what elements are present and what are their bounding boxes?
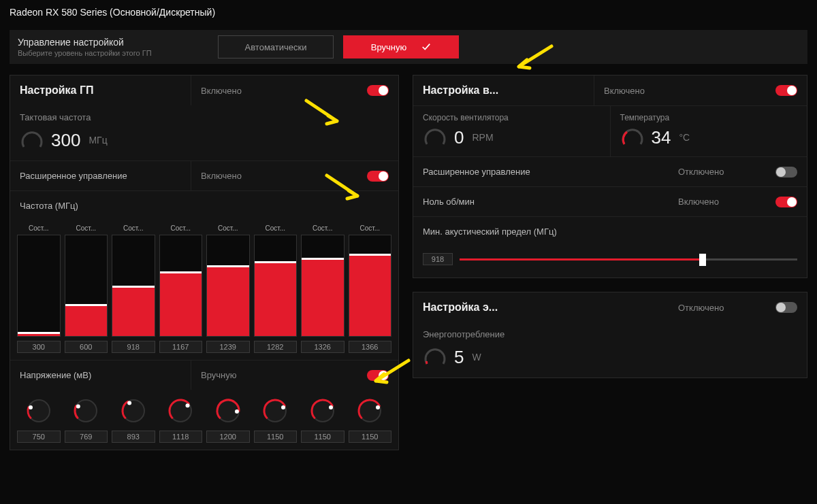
power-enabled-label: Отключено: [678, 303, 724, 313]
fan-speed-unit: RPM: [472, 132, 493, 143]
power-consumption-label: Энергопотребление: [413, 322, 807, 339]
voltage-knob[interactable]: [119, 397, 148, 425]
svg-point-13: [329, 405, 333, 409]
check-icon: [421, 42, 431, 52]
voltage-value-input[interactable]: 769: [65, 431, 108, 443]
state-label: Сост...: [65, 224, 108, 232]
voltage-knob[interactable]: [214, 397, 242, 425]
frequency-value-input[interactable]: 1326: [301, 341, 345, 353]
state-label: Сост...: [254, 224, 298, 232]
fan-enabled-label: Включено: [604, 86, 645, 96]
fan-advanced-toggle[interactable]: [775, 167, 797, 178]
frequency-bar[interactable]: [206, 235, 250, 337]
fan-advanced-label: Расширенное управление: [423, 167, 530, 177]
frequency-bar[interactable]: [159, 235, 203, 337]
fan-tuning-header: Настройка в...: [423, 84, 498, 97]
frequency-value-input[interactable]: 1366: [349, 341, 392, 353]
voltage-value-input[interactable]: 1150: [349, 431, 392, 443]
frequency-bar[interactable]: [254, 235, 298, 337]
frequency-value-input[interactable]: 300: [17, 341, 61, 353]
fan-speed-label: Скорость вентилятора: [423, 110, 600, 122]
gpu-enabled-label: Включено: [201, 86, 242, 96]
temperature-label: Температура: [620, 110, 798, 122]
frequency-bar[interactable]: [17, 235, 61, 337]
clock-unit: МГц: [89, 135, 107, 146]
tuning-control-subtitle: Выберите уровень настройки этого ГП: [18, 49, 208, 57]
voltage-knob[interactable]: [308, 397, 337, 425]
fan-speed-value: 0: [454, 127, 464, 148]
power-enabled-toggle[interactable]: [775, 302, 797, 313]
gpu-title: Radeon RX 580 Series (Основной/Дискретны…: [0, 0, 817, 24]
voltage-knob[interactable]: [71, 397, 100, 425]
voltage-mode-label: Вручную: [201, 370, 236, 380]
fan-advanced-value: Отключено: [678, 167, 724, 177]
fan-enabled-toggle[interactable]: [775, 85, 797, 96]
voltage-value-input[interactable]: 1150: [254, 431, 298, 443]
tuning-control-bar: Управление настройкой Выберите уровень н…: [10, 30, 807, 64]
state-label: Сост...: [301, 224, 345, 232]
power-tuning-header: Настройка э...: [423, 301, 498, 314]
fan-gauge-icon: [423, 125, 447, 150]
manual-button-label: Вручную: [371, 42, 406, 52]
state-label: Сост...: [206, 224, 250, 232]
svg-point-7: [186, 403, 190, 407]
gpu-tuning-panel: Настройка ГП Включено Тактовая частота 3…: [10, 75, 399, 450]
tuning-control-title: Управление настройкой: [18, 37, 208, 48]
svg-point-11: [281, 405, 285, 409]
frequency-value-input[interactable]: 600: [65, 341, 108, 353]
zero-rpm-toggle[interactable]: [775, 197, 797, 207]
gpu-advanced-toggle[interactable]: [367, 171, 389, 182]
frequency-bar[interactable]: [65, 235, 108, 337]
svg-point-9: [235, 409, 239, 414]
svg-point-1: [29, 405, 33, 409]
state-label: Сост...: [159, 224, 203, 232]
frequency-value-input[interactable]: 918: [112, 341, 155, 353]
acoustic-limit-slider[interactable]: [460, 254, 797, 264]
frequency-bar[interactable]: [349, 235, 392, 337]
svg-point-2: [75, 400, 97, 422]
frequency-value-input[interactable]: 1282: [254, 341, 298, 353]
power-tuning-panel: Настройка э... Отключено Энергопотреблен…: [413, 292, 807, 378]
frequency-bar[interactable]: [301, 235, 345, 337]
voltage-knob[interactable]: [25, 397, 53, 425]
gpu-enabled-toggle[interactable]: [367, 85, 389, 96]
voltage-value-input[interactable]: 1150: [301, 431, 345, 443]
acoustic-limit-value[interactable]: 918: [423, 253, 453, 265]
gpu-advanced-value: Включено: [201, 171, 242, 181]
svg-point-15: [376, 405, 380, 409]
fan-tuning-panel: Настройка в... Включено Скорость вентиля…: [413, 75, 807, 278]
auto-button[interactable]: Автоматически: [218, 35, 334, 58]
power-gauge-icon: [423, 345, 447, 369]
voltage-value-input[interactable]: 893: [112, 431, 155, 443]
svg-point-3: [76, 404, 80, 408]
voltage-knob[interactable]: [166, 397, 195, 425]
zero-rpm-value: Включено: [678, 197, 719, 207]
frequency-bar[interactable]: [112, 235, 155, 337]
temperature-value: 34: [652, 127, 671, 148]
state-label: Сост...: [112, 224, 155, 232]
power-consumption-unit: W: [472, 352, 481, 363]
voltage-mode-toggle[interactable]: [367, 370, 389, 381]
temperature-unit: °C: [679, 132, 690, 143]
clock-gauge-icon: [20, 128, 44, 152]
temp-gauge-icon: [620, 125, 645, 150]
voltage-label: Напряжение (мВ): [20, 370, 91, 380]
voltage-value-input[interactable]: 1200: [206, 431, 250, 443]
voltage-knob[interactable]: [261, 397, 289, 425]
frequency-value-input[interactable]: 1239: [206, 341, 250, 353]
gpu-tuning-header: Настройка ГП: [20, 84, 94, 97]
manual-button[interactable]: Вручную: [343, 35, 459, 58]
voltage-knob[interactable]: [355, 397, 384, 425]
frequency-value-input[interactable]: 1167: [159, 341, 203, 353]
acoustic-limit-label: Мин. акустический предел (МГц): [423, 226, 557, 237]
frequency-label: Частота (МГц): [20, 201, 78, 211]
voltage-value-input[interactable]: 750: [17, 431, 61, 443]
gpu-advanced-label: Расширенное управление: [20, 171, 127, 181]
clock-speed-label: Тактовая частота: [10, 105, 398, 122]
svg-point-0: [28, 400, 50, 422]
voltage-value-input[interactable]: 1118: [159, 431, 203, 443]
svg-point-5: [127, 401, 131, 405]
state-label: Сост...: [17, 224, 61, 232]
state-label: Сост...: [349, 224, 392, 232]
clock-value: 300: [51, 130, 80, 151]
